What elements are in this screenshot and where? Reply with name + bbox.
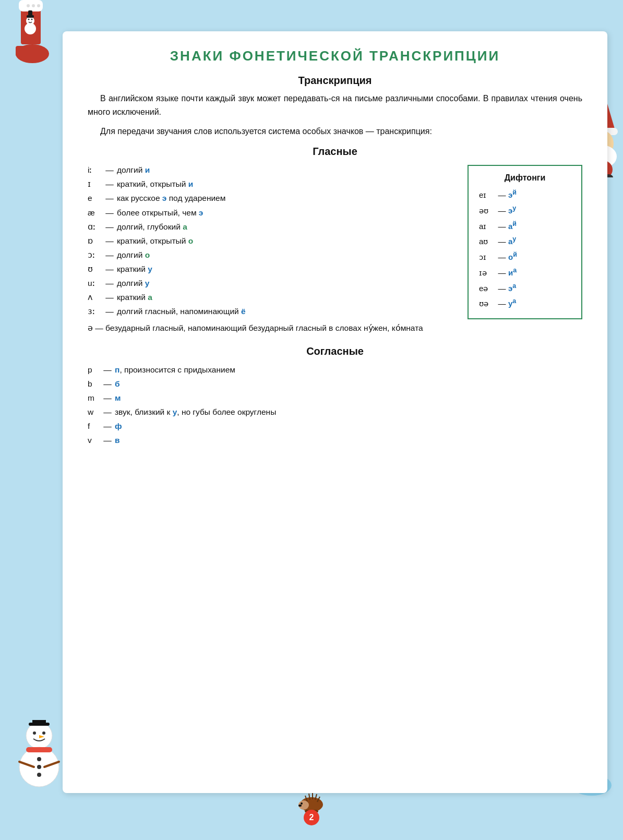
- stocking-decoration: [5, 0, 52, 68]
- diphthong-4: aʊ — ау: [479, 233, 571, 249]
- diphthong-1: eɪ — эй: [479, 187, 571, 202]
- svg-point-7: [37, 4, 40, 7]
- page-number-area: 2: [296, 786, 327, 825]
- vowel-row-2: ɪ — краткий, открытый и: [88, 177, 468, 191]
- vowel-row-4: æ — более открытый, чем э: [88, 206, 468, 220]
- diphthong-6: ɪə — иа: [479, 265, 571, 280]
- svg-rect-26: [32, 720, 46, 724]
- diphthongs-heading: Дифтонги: [479, 173, 571, 183]
- svg-point-5: [27, 4, 30, 7]
- content-card: ЗНАКИ ФОНЕТИЧЕСКОЙ ТРАНСКРИПЦИИ Транскри…: [63, 31, 607, 793]
- svg-point-10: [28, 19, 30, 20]
- schwa-row: ə — безударный гласный, напоминающий без…: [88, 321, 468, 335]
- svg-point-31: [37, 757, 41, 761]
- consonant-row-w: w — звук, близкий к у, но губы более окр…: [88, 405, 582, 419]
- consonant-row-f: f — ф: [88, 419, 582, 433]
- diphthongs-box: Дифтонги eɪ — эй əʊ — эу aɪ — ай aʊ — ау: [468, 165, 582, 319]
- vowels-list: iː — долгий и ɪ — краткий, открытый и e …: [88, 163, 468, 335]
- consonant-row-m: m — м: [88, 391, 582, 405]
- hedgehog-icon: [296, 786, 327, 812]
- vowel-row-3: e — как русское э под ударением: [88, 191, 468, 205]
- vowels-diphthongs-area: iː — долгий и ɪ — краткий, открытый и e …: [88, 163, 582, 335]
- vowel-row-8: ʊ — краткий у: [88, 262, 468, 276]
- consonants-heading: Согласные: [88, 345, 582, 357]
- page-number-badge: 2: [304, 810, 319, 825]
- svg-rect-13: [28, 10, 32, 17]
- svg-point-51: [301, 802, 303, 805]
- vowel-row-6: ɒ — краткий, открытый о: [88, 234, 468, 248]
- diphthong-7: eə — эа: [479, 280, 571, 296]
- svg-point-32: [37, 765, 41, 769]
- svg-point-28: [42, 731, 45, 735]
- vowel-row-1: iː — долгий и: [88, 163, 468, 177]
- svg-point-9: [25, 23, 36, 34]
- paragraph-2: Для передачи звучания слов используется …: [88, 125, 582, 138]
- vowel-row-9: uː — долгий у: [88, 276, 468, 290]
- diphthong-8: ʊə — уа: [479, 295, 571, 311]
- page-title: ЗНАКИ ФОНЕТИЧЕСКОЙ ТРАНСКРИПЦИИ: [88, 48, 582, 64]
- consonant-row-v: v — в: [88, 433, 582, 447]
- vowel-row-7: ɔː — долгий о: [88, 248, 468, 262]
- vowel-row-10: ʌ — краткий а: [88, 290, 468, 304]
- svg-point-33: [37, 773, 41, 777]
- diphthong-2: əʊ — эу: [479, 202, 571, 218]
- consonant-row-p: p — п, произносится с придыханием: [88, 363, 582, 377]
- vowels-heading: Гласные: [88, 146, 582, 158]
- svg-point-11: [31, 19, 33, 20]
- diphthong-5: ɔɪ — ой: [479, 249, 571, 265]
- svg-point-27: [33, 731, 36, 735]
- vowel-row-11: ɜː — долгий гласный, напоминающий ё: [88, 304, 468, 318]
- consonant-row-b: b — б: [88, 377, 582, 391]
- svg-point-52: [298, 805, 302, 807]
- svg-rect-34: [26, 747, 52, 752]
- diphthong-3: aɪ — ай: [479, 218, 571, 234]
- transcription-heading: Транскрипция: [88, 75, 582, 87]
- paragraph-1: В английском языке почти каждый звук мож…: [88, 92, 582, 119]
- vowel-row-5: ɑː — долгий, глубокий а: [88, 220, 468, 234]
- svg-point-6: [32, 4, 35, 7]
- snowman-decoration: [10, 720, 68, 793]
- consonants-list: p — п, произносится с придыханием b — б …: [88, 363, 582, 448]
- svg-rect-3: [16, 46, 32, 56]
